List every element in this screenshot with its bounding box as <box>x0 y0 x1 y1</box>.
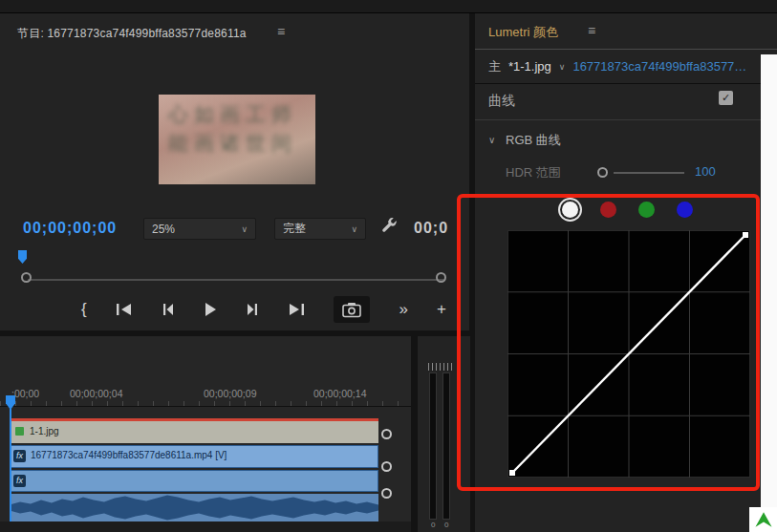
master-clip-name[interactable]: *1-1.jpg <box>508 59 551 74</box>
clip-fx-badge-icon: fx <box>13 475 26 487</box>
clip-fx-badge-icon <box>15 427 24 436</box>
curve-channel-white-button[interactable] <box>562 202 578 218</box>
curves-section-label[interactable]: 曲线 <box>488 93 515 110</box>
meter-zero-label: 0 <box>431 521 435 529</box>
ruler-label: 00;00;00;04 <box>70 388 122 399</box>
meter-scale-ticks <box>428 363 453 371</box>
meter-zero-label: 0 <box>444 521 448 529</box>
rgb-curves-row: ∨ RGB 曲线 <box>475 126 777 155</box>
track-keyframe-toggle[interactable] <box>381 461 392 472</box>
rgb-curves-label: RGB 曲线 <box>506 132 561 149</box>
timeline-ruler[interactable]: ;00;00 00;00;00;04 00;00;00;09 00;00;00;… <box>0 382 411 407</box>
program-panel-title: 节目: 16771873ca74f499bffa83577de8611a <box>17 26 247 42</box>
hdr-range-slider-knob[interactable] <box>597 167 608 178</box>
go-to-out-icon[interactable] <box>288 303 305 316</box>
ruler-label: 00;00;00;14 <box>313 388 366 399</box>
chevron-down-icon: ∨ <box>241 224 248 234</box>
duration-timecode: 00;0 <box>414 220 448 237</box>
curve-channel-green-button[interactable] <box>638 202 655 218</box>
timeline-panel: ;00;00 00;00;00;04 00;00;00;09 00;00;00;… <box>0 336 411 532</box>
program-playhead[interactable] <box>18 250 27 264</box>
track-keyframe-toggle[interactable] <box>381 488 392 499</box>
zoom-level-select[interactable]: 25% ∨ <box>143 218 256 240</box>
ruler-label: ;00;00 <box>11 388 39 399</box>
audio-meter-channel-right <box>442 372 450 520</box>
scrubber-zoom-handle-right[interactable] <box>436 272 446 283</box>
panel-menu-icon[interactable]: ≡ <box>588 23 595 38</box>
curve-channel-blue-button[interactable] <box>677 202 693 218</box>
curve-channel-red-button[interactable] <box>600 202 616 218</box>
screenshot-tool-icon[interactable] <box>749 507 777 532</box>
chevron-down-icon: ∨ <box>351 224 357 234</box>
play-icon[interactable] <box>204 302 217 317</box>
audio-clip-header[interactable]: fx <box>10 470 378 492</box>
track-keyframe-toggle[interactable] <box>381 429 392 439</box>
clip-label: 1-1.jpg <box>30 426 59 436</box>
step-back-icon[interactable] <box>162 303 175 316</box>
video-clip-jpg[interactable]: 1-1.jpg <box>10 418 378 443</box>
chevron-down-icon[interactable]: ∨ <box>559 62 566 72</box>
timeline-scrollbar-area[interactable] <box>0 521 411 532</box>
master-label: 主 <box>488 58 501 75</box>
scrubber-zoom-handle-left[interactable] <box>21 272 32 283</box>
rgb-curve-editor[interactable] <box>507 230 750 478</box>
audio-clip-waveform[interactable] <box>10 494 378 521</box>
timeline-playhead-line <box>10 409 11 521</box>
curves-section-header: 曲线 ✓ <box>475 84 777 120</box>
lumetri-tab-title[interactable]: Lumetri 颜色 <box>488 24 558 41</box>
go-to-in-icon[interactable] <box>116 303 133 316</box>
playback-quality-select[interactable]: 完整 ∨ <box>274 218 366 240</box>
add-marker-icon[interactable]: { <box>81 300 87 319</box>
chevron-down-icon[interactable]: ∨ <box>488 135 495 145</box>
program-scrubber-track[interactable] <box>28 279 445 281</box>
timeline-playhead[interactable] <box>6 395 15 410</box>
program-monitor-panel: 节目: 16771873ca74f499bffa83577de8611a ≡ 心… <box>0 13 469 330</box>
lumetri-color-panel: Lumetri 颜色 ≡ 主 *1-1.jpg ∨ 16771873ca74f4… <box>475 13 777 532</box>
hdr-range-row: HDR 范围 100 <box>475 159 777 187</box>
more-buttons-icon[interactable]: » <box>399 300 407 319</box>
video-clip-mp4[interactable]: fx 16771873ca74f499bffa83577de8611a.mp4 … <box>10 445 378 468</box>
video-preview: 心如画工师 能画诸世间 <box>159 95 315 184</box>
audio-meter-channel-left <box>429 372 437 520</box>
audio-waveform <box>10 494 378 521</box>
clip-fx-badge-icon: fx <box>13 450 26 462</box>
lumetri-clip-selector-row: 主 *1-1.jpg ∨ 16771873ca74f499bffa83577de… <box>475 50 777 84</box>
right-edge-background <box>761 54 777 532</box>
current-timecode[interactable]: 00;00;00;00 <box>23 220 117 237</box>
step-forward-icon[interactable] <box>246 303 259 316</box>
add-button-icon[interactable]: + <box>437 300 446 319</box>
hdr-range-label: HDR 范围 <box>506 164 561 181</box>
export-frame-camera-icon[interactable] <box>334 296 370 323</box>
window-top-strip <box>0 0 777 13</box>
hdr-range-value[interactable]: 100 <box>695 164 716 179</box>
zoom-level-value: 25% <box>152 223 175 236</box>
hdr-range-slider-track[interactable] <box>614 172 684 174</box>
ruler-label: 00;00;00;09 <box>204 388 256 399</box>
panel-menu-icon[interactable]: ≡ <box>277 24 285 39</box>
preview-calligraphy-text: 心如画工师 能画诸世间 <box>168 100 308 158</box>
settings-wrench-icon[interactable] <box>380 216 399 239</box>
curves-enabled-checkbox[interactable]: ✓ <box>719 91 733 105</box>
transport-controls: { » + <box>81 292 446 327</box>
clip-label: 16771873ca74f499bffa83577de8611a.mp4 [V] <box>31 450 227 460</box>
playback-quality-value: 完整 <box>283 221 306 237</box>
target-clip-link[interactable]: 16771873ca74f499bffa83577de8611a <box>572 59 750 74</box>
premiere-window: 节目: 16771873ca74f499bffa83577de8611a ≡ 心… <box>0 0 777 532</box>
audio-meter-panel: 0 0 <box>418 336 470 532</box>
